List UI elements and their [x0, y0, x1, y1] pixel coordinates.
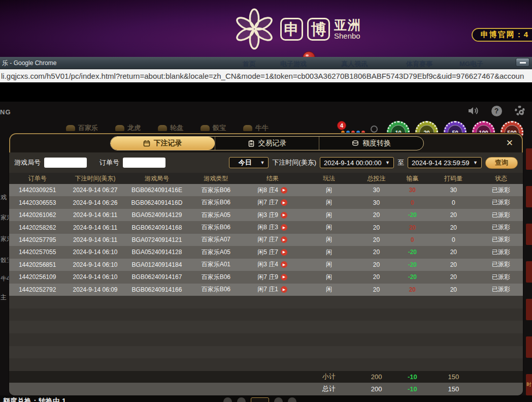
cell-game-round: BGB0624091416E	[125, 187, 189, 194]
settings-gear-icon[interactable]	[514, 105, 526, 117]
table-header-row: 订单号下注时间(美东)游戏局号游戏类型结果玩法总投注输赢打码量状态	[9, 173, 523, 184]
empty-row	[9, 308, 523, 321]
table-header-cell: 下注时间(美东)	[65, 174, 124, 183]
table-header-cell: 状态	[479, 174, 523, 183]
cell-bet-time: 2024-9-14 06:27	[65, 187, 124, 194]
tab-交易记录[interactable]: 交易记录	[215, 137, 319, 150]
cell-game-round: BGA05240914128	[125, 249, 189, 256]
ghost-nav-item: 首页	[243, 59, 256, 69]
page-prev-button[interactable]	[237, 397, 246, 402]
grand-total-rolling: 150	[428, 385, 479, 393]
sidebar-item-fragment[interactable]: 主	[1, 293, 9, 302]
subtotal-row: 小计 200 -10 150	[9, 371, 523, 383]
cell-result: 闲7 庄1▶	[243, 285, 302, 294]
replay-icon[interactable]: ▶	[281, 199, 287, 206]
brand-char-box: 博	[307, 18, 330, 41]
game-round-input[interactable]	[44, 158, 87, 168]
cell-game-type: 百家乐B06	[189, 186, 243, 195]
replay-icon[interactable]: ▶	[281, 224, 287, 231]
sidebar-item-fragment[interactable]: 戏	[1, 193, 9, 202]
time-from-select[interactable]: 2024-9-14 00:00:00 ▼	[320, 157, 394, 168]
cell-status: 已派彩	[479, 198, 523, 207]
sidebar-item-fragment[interactable]: 家乐	[1, 213, 9, 222]
replay-icon[interactable]: ▶	[281, 212, 287, 219]
cell-result: 闲7 庄9▶	[243, 273, 302, 282]
page-number-box[interactable]	[251, 397, 269, 402]
to-label: 至	[397, 158, 404, 167]
sidebar-item-fragment[interactable]: 骰宝	[1, 256, 9, 265]
official-site-pill[interactable]: 申博官网：4	[472, 28, 532, 42]
game-nav-item[interactable]: 轮盘	[158, 123, 183, 133]
site-header: 申 博 亚洲 Shenbo 申博官网：4	[0, 0, 532, 57]
order-no-input[interactable]	[123, 158, 165, 168]
minimize-button[interactable]	[516, 58, 529, 67]
cell-order-no: 14420256109	[9, 273, 65, 281]
page-last-button[interactable]	[288, 397, 296, 402]
replay-icon[interactable]: ▶	[281, 187, 287, 194]
cell-win-loss: 30	[397, 187, 428, 194]
cell-result: 闲8 庄4▶	[243, 186, 302, 195]
brand-char-box: 申	[280, 18, 303, 41]
magnifier-icon[interactable]	[371, 126, 378, 133]
cell-order-no: 14420252792	[9, 286, 65, 293]
cell-rolling: 20	[428, 224, 479, 231]
game-nav-label: 百家乐	[78, 123, 98, 133]
cell-bet-time: 2024-9-14 06:10	[65, 249, 124, 256]
page-first-button[interactable]	[223, 397, 232, 402]
empty-row	[9, 333, 523, 346]
background-nav-ghost: 首页电子游戏真人视讯体育赛事MG电子	[0, 59, 532, 68]
empty-row	[9, 321, 523, 333]
sidebar-item-fragment[interactable]: 牛4	[1, 274, 9, 283]
game-nav-item[interactable]: 牛牛	[243, 123, 269, 133]
replay-icon[interactable]: ▶	[281, 274, 287, 281]
tab-额度转换[interactable]: 额度转换	[319, 137, 423, 150]
result-text: 闲7 庄7	[257, 198, 278, 207]
speaker-icon[interactable]	[467, 105, 479, 117]
cell-win-loss: -20	[397, 261, 428, 268]
cell-play-type: 闲	[302, 211, 356, 220]
url-bar[interactable]: li.gqjcxs.com/h5V01/pc/index.html?return…	[0, 69, 532, 83]
tab-下注记录[interactable]: 下注记录	[111, 137, 215, 150]
cell-order-no: 14420257795	[9, 236, 65, 243]
replay-icon[interactable]: ▶	[281, 286, 287, 293]
cell-game-round: BGA07240914121	[125, 236, 189, 243]
cell-status: 已派彩	[479, 248, 523, 257]
cell-win-loss: 20	[397, 224, 428, 231]
game-nav-item[interactable]: 百家乐	[66, 123, 98, 133]
close-icon[interactable]: ✕	[506, 139, 513, 147]
cell-game-round: BGB06240914166	[125, 286, 189, 293]
screen: 申 博 亚洲 Shenbo 申博官网：4 乐 - Google Chrome 首…	[0, 0, 532, 402]
game-nav-item[interactable]: 骰宝	[201, 123, 226, 133]
time-to-select[interactable]: 2024-9-14 23:59:59 ▼	[408, 157, 482, 168]
brand-latin: Shenbo	[334, 32, 361, 40]
replay-icon[interactable]: ▶	[281, 261, 287, 268]
cell-win-loss: 20	[397, 286, 428, 293]
replay-icon[interactable]: ▶	[281, 236, 287, 243]
cell-order-no: 14420258262	[9, 224, 65, 231]
game-round-label: 游戏局号	[14, 158, 41, 167]
brand-region: 亚洲	[334, 18, 361, 32]
table-row: 144202561092024-9-14 06:10BGB06240914167…	[9, 271, 523, 283]
table-empty-rows	[9, 296, 523, 371]
coin-transfer-icon	[352, 140, 359, 147]
bet-records-modal: 下注记录交易记录额度转换 ✕ 游戏局号 订单号 今日 ▼ 下注时间(美东) 20…	[9, 133, 523, 395]
page-next-button[interactable]	[274, 397, 283, 402]
sidebar-item-fragment[interactable]: 家乐	[1, 235, 9, 243]
table-row: 144202527922024-9-14 06:09BGB06240914166…	[9, 284, 523, 296]
cell-result: 闲3 庄9▶	[243, 211, 302, 220]
result-text: 闲5 庄7	[257, 248, 278, 257]
window-title: 乐 - Google Chrome	[2, 59, 56, 68]
grand-total-bet: 200	[356, 385, 397, 393]
table-row: 144202610622024-9-14 06:11BGA05240914129…	[9, 209, 523, 221]
cell-bet-time: 2024-9-14 06:26	[65, 199, 124, 206]
game-nav-item[interactable]: 龙虎	[115, 123, 141, 133]
date-preset-select[interactable]: 今日 ▼	[229, 157, 269, 168]
help-icon[interactable]: ?	[490, 105, 503, 117]
search-button[interactable]: 查询	[485, 157, 518, 169]
replay-icon[interactable]: ▶	[281, 249, 287, 256]
cell-rolling: 20	[428, 261, 479, 268]
cell-rolling: 20	[428, 211, 479, 219]
cell-play-type: 闲	[302, 248, 356, 257]
empty-row	[9, 296, 523, 308]
brand-wordmark: 亚洲 Shenbo	[334, 18, 361, 40]
